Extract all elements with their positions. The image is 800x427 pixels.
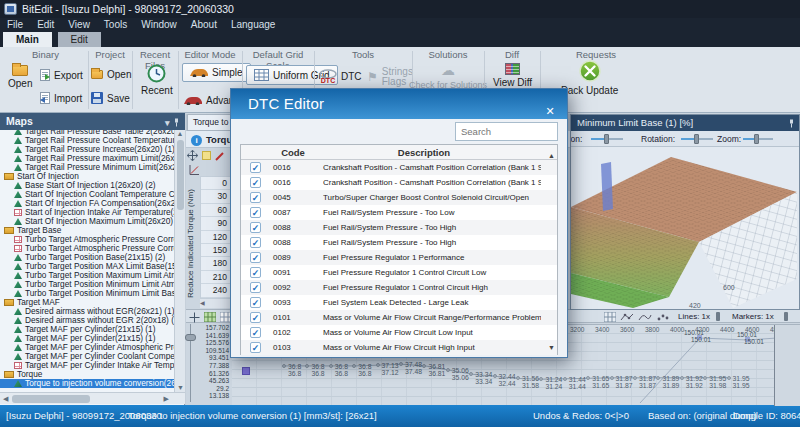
pack-update-button[interactable]: Pack Update: [561, 59, 618, 96]
tree-item[interactable]: Target MAF per Cylinder Intake Air Tempe…: [0, 361, 174, 370]
tree-item[interactable]: Target MAF per Cylinder(21x15) (1): [0, 334, 174, 343]
dtc-row[interactable]: ✓0088Fuel Rail/System Pressure - Too Hig…: [241, 220, 557, 235]
row-header-cell[interactable]: 60: [201, 204, 231, 217]
dtc-row[interactable]: ✓0091Fuel Pressure Regulator 1 Control C…: [241, 265, 557, 280]
tree-item[interactable]: Target Rail Pressure maximum Limit(26x20…: [0, 154, 174, 163]
menu-edit[interactable]: Edit: [30, 18, 61, 32]
dtc-checkbox[interactable]: ✓: [250, 192, 261, 203]
dtc-row[interactable]: ✓0103Mass or Volume Air Flow Circuit Hig…: [241, 340, 557, 355]
dtc-checkbox[interactable]: ✓: [250, 282, 261, 293]
strings-flags-button[interactable]: ⚑ Strings Flags: [367, 67, 411, 87]
tree-item[interactable]: Start Of Injection Maximum Limit(26x20) …: [0, 217, 174, 226]
dtc-row[interactable]: ✓0016Crankshaft Position - Camshaft Posi…: [241, 175, 557, 190]
pan-icon[interactable]: [187, 150, 198, 161]
recent-button[interactable]: Recent: [141, 64, 173, 96]
dtc-row[interactable]: ✓0089Fuel Pressure Regulator 1 Performan…: [241, 250, 557, 265]
axes-icon[interactable]: [188, 164, 200, 176]
tree-item[interactable]: Start Of Injection FA Compensation(26x20…: [0, 199, 174, 208]
menu-tools[interactable]: Tools: [97, 18, 134, 32]
tree-item[interactable]: Target MAF per Cylinder Coolant Compensa…: [0, 352, 174, 361]
dtc-checkbox[interactable]: ✓: [250, 162, 261, 173]
search-input[interactable]: [455, 122, 558, 141]
tree-item[interactable]: Desired airmass without EGR(26x21) (1): [0, 307, 174, 316]
zoom-slider[interactable]: [754, 134, 759, 144]
filter-dropdown-icon[interactable]: ▾: [165, 118, 170, 128]
tree-item[interactable]: Base Start Of Injection 1(26x20) (2): [0, 181, 174, 190]
dtc-row[interactable]: ✓0016Crankshaft Position - Camshaft Posi…: [241, 160, 557, 175]
pin-icon[interactable]: [787, 119, 796, 128]
menu-view[interactable]: View: [61, 18, 97, 32]
tree-item[interactable]: Start of Injection Intake Air Temperatur…: [0, 208, 174, 217]
tree-item[interactable]: Target MAF per Cylinder(21x15) (1): [0, 325, 174, 334]
grid-view-icon[interactable]: [604, 312, 616, 322]
rotation-slider[interactable]: [694, 134, 699, 144]
tree-item[interactable]: Target Rail Pressure Coolant Temperature…: [0, 136, 174, 145]
tree-item[interactable]: Desired airmass without EGR 2(20x18) (1): [0, 316, 174, 325]
menu-about[interactable]: About: [184, 18, 224, 32]
menu-window[interactable]: Window: [134, 18, 184, 32]
dtc-checkbox[interactable]: ✓: [250, 177, 261, 188]
menu-language[interactable]: Language: [224, 18, 283, 32]
dtc-checkbox[interactable]: ✓: [250, 327, 261, 338]
open-binary-button[interactable]: Open: [8, 65, 32, 89]
dtc-checkbox[interactable]: ✓: [250, 312, 261, 323]
tree-item[interactable]: Turbo Target Position Base(21x15) (2): [0, 253, 174, 262]
row-header-cell[interactable]: 210: [201, 271, 231, 284]
dtc-row[interactable]: ✓0101Mass or Volume Air Flow Circuit Ran…: [241, 310, 557, 325]
dtc-row[interactable]: ✓0092Fuel Pressure Regulator 1 Control C…: [241, 280, 557, 295]
dtc-button[interactable]: DTC DTC: [319, 69, 362, 84]
row-header-cell[interactable]: 120: [201, 231, 231, 244]
dtc-checkbox[interactable]: ✓: [250, 297, 261, 308]
tree-folder[interactable]: Target Base: [0, 226, 174, 235]
dtc-checkbox[interactable]: ✓: [250, 267, 261, 278]
import-button[interactable]: Import: [40, 92, 82, 104]
pan-icon[interactable]: [189, 312, 200, 323]
line-markers-icon[interactable]: [620, 312, 634, 322]
tree-item[interactable]: Target MAF per Cylinder Atmospheric Pres…: [0, 343, 174, 352]
tree-item[interactable]: Turbo Target Position Minimum Limit Base…: [0, 289, 174, 298]
grid-green-icon[interactable]: [204, 312, 216, 322]
tab-main[interactable]: Main: [3, 32, 52, 47]
dtc-checkbox[interactable]: ✓: [250, 342, 261, 353]
dtc-row[interactable]: ✓0093Fuel System Leak Detected - Large L…: [241, 295, 557, 310]
dtc-row[interactable]: ✓0045Turbo/Super Charger Boost Control S…: [241, 190, 557, 205]
export-button[interactable]: Export: [40, 69, 83, 81]
row-header-cell[interactable]: 180: [201, 257, 231, 270]
tree-item[interactable]: Turbo Target Position MAX Limit Base(15x…: [0, 262, 174, 271]
tree-folder[interactable]: Target MAF: [0, 298, 174, 307]
pin-icon[interactable]: [172, 118, 181, 127]
hscroll-thumb[interactable]: [12, 395, 90, 403]
open-project-button[interactable]: Open: [91, 69, 131, 80]
dtc-checkbox[interactable]: ✓: [250, 252, 261, 263]
tree-item[interactable]: Target Rail Pressure Minimum Limit(26x20…: [0, 163, 174, 172]
view-diff-button[interactable]: View Diff: [493, 63, 532, 88]
dtc-row[interactable]: ✓0102Mass or Volume Air Flow Circuit Low…: [241, 325, 557, 340]
tree-item[interactable]: Target Rail Pressure Increase(26x20) (1): [0, 145, 174, 154]
elevation-slider[interactable]: [604, 134, 609, 144]
description-column-header[interactable]: Description: [321, 145, 527, 160]
dtc-checkbox[interactable]: ✓: [250, 237, 261, 248]
table-scroll-down-icon[interactable]: ▼: [548, 344, 555, 351]
save-button[interactable]: Save: [91, 92, 130, 104]
dtc-row[interactable]: ✓0087Fuel Rail/System Pressure - Too Low: [241, 205, 557, 220]
tree-item[interactable]: Turbo Target Position Maximum Limit Atmo…: [0, 271, 174, 280]
code-column-header[interactable]: Code: [269, 145, 317, 160]
markers-only-icon[interactable]: [656, 312, 670, 322]
scroll-up-icon[interactable]: ▲: [177, 130, 184, 137]
surface-3d-chart[interactable]: 600 420: [571, 147, 799, 309]
markers-slider[interactable]: [784, 312, 788, 321]
tree-vscrollbar[interactable]: ▲ ▼: [174, 130, 185, 392]
tree-item[interactable]: Start Of Injection Coolant Temperature C…: [0, 190, 174, 199]
vscroll-thumb[interactable]: [177, 140, 184, 210]
dtc-checkbox[interactable]: ✓: [250, 207, 261, 218]
tree-item[interactable]: Turbo Target Atmospheric Pressure Correc…: [0, 235, 174, 244]
lines-slider[interactable]: [716, 312, 720, 321]
dtc-row[interactable]: ✓0088Fuel Rail/System Pressure - Too Hig…: [241, 235, 557, 250]
tree-item[interactable]: Torque to injection volume conversion(26…: [0, 379, 174, 388]
menu-file[interactable]: File: [0, 18, 30, 32]
tree-item[interactable]: Turbo Target Position Minimum Limit Atmo…: [0, 280, 174, 289]
row-header-cell[interactable]: 90: [201, 217, 231, 230]
tab-edit[interactable]: Edit: [58, 32, 101, 47]
row-header-cell[interactable]: 30: [201, 190, 231, 203]
tree-hscrollbar[interactable]: ◀ ▶: [0, 392, 185, 404]
